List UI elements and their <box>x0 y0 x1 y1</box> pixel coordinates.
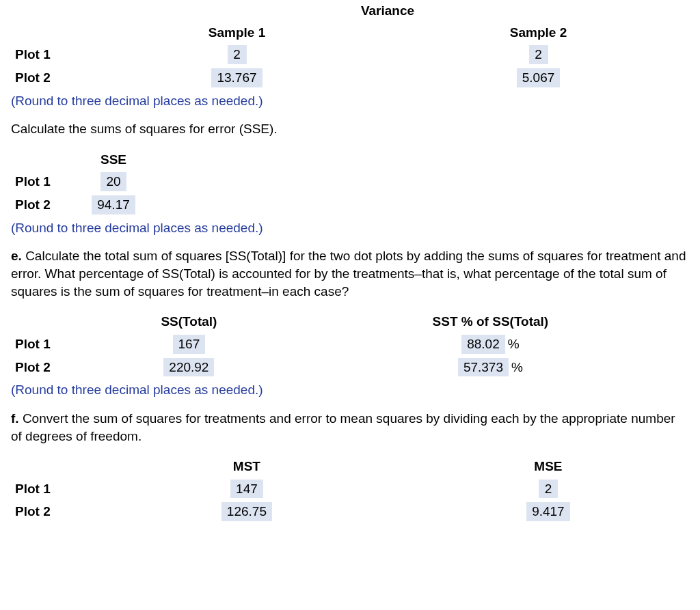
sstotal-plot2-label: Plot 2 <box>11 356 86 379</box>
part-f-question: f. Convert the sum of squares for treatm… <box>11 410 689 445</box>
sse-table: SSE Plot 1 20 Plot 2 94.17 <box>11 149 141 217</box>
msq-plot1-label: Plot 1 <box>11 477 86 501</box>
msq-header-mse: MSE <box>407 456 689 477</box>
variance-super-header: Variance <box>86 0 689 22</box>
table-row: Plot 2 126.75 9.417 <box>11 500 689 523</box>
sstotal-plot2-value: 220.92 <box>163 358 214 377</box>
sstotal-rounding-note: (Round to three decimal places as needed… <box>11 381 689 399</box>
sstotal-plot1-pct: 88.02 <box>461 335 505 354</box>
part-f-prefix: f. <box>11 411 19 426</box>
variance-header-sample1: Sample 1 <box>86 22 388 44</box>
variance-plot2-s2: 5.067 <box>517 68 561 87</box>
msq-plot1-mse: 2 <box>539 480 558 499</box>
variance-section: Variance Sample 1 Sample 2 Plot 1 2 2 Pl… <box>11 0 689 109</box>
sse-header: SSE <box>86 149 141 171</box>
part-e-text: Calculate the total sum of squares [SS(T… <box>11 249 686 298</box>
table-row: Plot 1 147 2 <box>11 477 689 501</box>
table-row: Plot 1 167 88.02% <box>11 333 689 356</box>
percent-symbol: % <box>511 360 523 374</box>
sstotal-header-col2: SST % of SS(Total) <box>292 311 689 333</box>
part-e-prefix: e. <box>11 249 22 263</box>
part-f-text: Convert the sum of squares for treatment… <box>11 411 675 443</box>
sse-plot2-value: 94.17 <box>92 195 135 214</box>
msq-plot1-mst: 147 <box>230 480 263 499</box>
sstotal-section: SS(Total) SST % of SS(Total) Plot 1 167 … <box>11 311 689 399</box>
sstotal-plot1-value: 167 <box>173 335 206 354</box>
msq-plot2-mst: 126.75 <box>221 502 272 521</box>
sse-rounding-note: (Round to three decimal places as needed… <box>11 219 689 237</box>
sse-prompt: Calculate the sums of squares for error … <box>11 120 689 138</box>
variance-plot1-s1: 2 <box>228 45 247 64</box>
variance-header-sample2: Sample 2 <box>388 22 689 44</box>
sstotal-table: SS(Total) SST % of SS(Total) Plot 1 167 … <box>11 311 689 378</box>
variance-table: Variance Sample 1 Sample 2 Plot 1 2 2 Pl… <box>11 0 689 89</box>
variance-plot1-s2: 2 <box>529 45 548 64</box>
sse-section: SSE Plot 1 20 Plot 2 94.17 (Round to thr… <box>11 149 689 237</box>
msq-plot2-mse: 9.417 <box>526 502 570 521</box>
msq-plot2-label: Plot 2 <box>11 500 86 523</box>
sse-plot2-label: Plot 2 <box>11 193 86 217</box>
variance-plot1-label: Plot 1 <box>11 43 86 66</box>
sstotal-header-col1: SS(Total) <box>86 311 292 333</box>
variance-plot2-label: Plot 2 <box>11 66 86 89</box>
variance-plot2-s1: 13.767 <box>211 68 262 87</box>
part-e-question: e. Calculate the total sum of squares [S… <box>11 247 689 300</box>
variance-rounding-note: (Round to three decimal places as needed… <box>11 92 689 110</box>
msq-section: MST MSE Plot 1 147 2 Plot 2 126.75 9.417 <box>11 456 689 523</box>
sstotal-plot2-pct: 57.373 <box>458 358 509 377</box>
table-row: Plot 2 13.767 5.067 <box>11 66 689 89</box>
table-row: Plot 1 2 2 <box>11 43 689 66</box>
msq-table: MST MSE Plot 1 147 2 Plot 2 126.75 9.417 <box>11 456 689 523</box>
msq-header-mst: MST <box>86 456 407 477</box>
table-row: Plot 2 220.92 57.373% <box>11 356 689 379</box>
table-row: Plot 2 94.17 <box>11 193 141 217</box>
sse-plot1-value: 20 <box>100 172 126 191</box>
sse-plot1-label: Plot 1 <box>11 170 86 193</box>
table-row: Plot 1 20 <box>11 170 141 193</box>
percent-symbol: % <box>508 337 520 351</box>
sstotal-plot1-label: Plot 1 <box>11 333 86 356</box>
